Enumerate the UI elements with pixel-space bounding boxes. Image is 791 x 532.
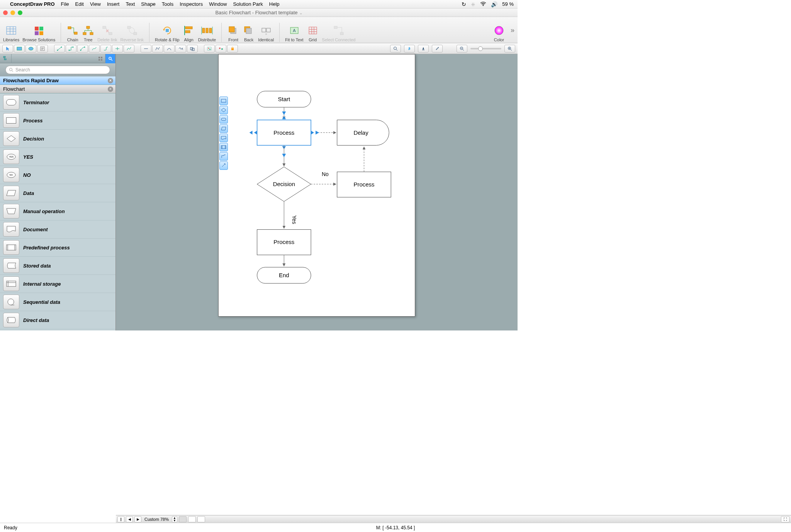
ellipse-tool[interactable] <box>25 45 36 53</box>
reverse-link-button[interactable]: Reverse link <box>121 24 144 42</box>
close-icon[interactable]: × <box>108 86 113 92</box>
rapiddraw-connector[interactable] <box>219 152 228 161</box>
shape-item[interactable]: Data <box>0 184 115 202</box>
menu-insert[interactable]: Insert <box>107 1 120 7</box>
menu-window[interactable]: Window <box>209 1 227 7</box>
sidebar-search-tab[interactable] <box>105 54 115 63</box>
ungroup-tool[interactable] <box>216 45 226 53</box>
shape-item[interactable]: YESYES <box>0 148 115 166</box>
align-button[interactable]: Align <box>183 24 195 42</box>
browse-solutions-button[interactable]: Browse Solutions <box>22 24 55 42</box>
shape-item[interactable]: Sequential data <box>0 293 115 311</box>
minimize-button[interactable] <box>10 10 15 15</box>
eyedropper-tool[interactable] <box>432 45 443 53</box>
delete-link-button[interactable]: Delete link <box>97 24 117 42</box>
shape-item[interactable]: Decision <box>0 130 115 148</box>
rectangle-tool[interactable] <box>14 45 25 53</box>
svg-rect-120 <box>221 99 226 102</box>
page[interactable]: Start Process Delay <box>218 54 415 317</box>
tree-button[interactable]: Tree <box>82 24 94 42</box>
library-header-rapid-draw[interactable]: Flowcharts Rapid Draw × <box>0 76 115 85</box>
identical-button[interactable]: = Identical <box>258 24 274 42</box>
library-header-flowchart[interactable]: Flowchart × <box>0 85 115 93</box>
menu-tools[interactable]: Tools <box>162 1 173 7</box>
wifi-icon[interactable] <box>480 1 486 7</box>
toolbar-overflow-button[interactable]: » <box>511 26 514 34</box>
grid-button[interactable]: Grid <box>307 24 319 42</box>
polyline-tool[interactable] <box>152 45 163 53</box>
connector-multi[interactable] <box>112 45 123 53</box>
shape-item[interactable]: Direct data <box>0 311 115 329</box>
volume-icon[interactable]: 🔊 <box>491 1 497 7</box>
close-button[interactable] <box>3 10 8 15</box>
pointer-tool[interactable] <box>2 45 13 53</box>
menu-view[interactable]: View <box>90 1 101 7</box>
zoom-in-button[interactable] <box>504 45 515 53</box>
battery-percent[interactable]: 59 % <box>502 1 514 7</box>
menu-file[interactable]: File <box>61 1 69 7</box>
connector-arc[interactable] <box>77 45 88 53</box>
menu-text[interactable]: Text <box>126 1 135 7</box>
search-input[interactable]: Search <box>5 66 110 74</box>
rapiddraw-process[interactable] <box>219 97 228 105</box>
svg-text:A: A <box>293 28 296 33</box>
front-button[interactable]: Front <box>227 24 239 42</box>
rapiddraw-document[interactable] <box>219 134 228 142</box>
zoom-slider[interactable] <box>470 48 501 49</box>
svg-point-55 <box>73 46 74 47</box>
rapiddraw-decision[interactable] <box>219 106 228 114</box>
curve-tool[interactable] <box>164 45 175 53</box>
document-title[interactable]: Basic Flowchart - Flowchart template⌄ <box>215 10 302 15</box>
shape-item[interactable]: Stored data <box>0 257 115 275</box>
connector-spline[interactable] <box>124 45 134 53</box>
connector-direct[interactable] <box>54 45 65 53</box>
pan-tool[interactable] <box>404 45 415 53</box>
zoom-out-button[interactable] <box>457 45 467 53</box>
back-button[interactable]: Back <box>243 24 255 42</box>
rapiddraw-data[interactable] <box>219 124 228 133</box>
connector-round[interactable] <box>100 45 111 53</box>
shape-combine-tool[interactable] <box>187 45 198 53</box>
maximize-button[interactable] <box>18 10 22 15</box>
shape-item[interactable]: Predefined process <box>0 239 115 257</box>
line-tool[interactable] <box>141 45 151 53</box>
shape-item[interactable]: NONO <box>0 166 115 184</box>
sidebar-view-grid[interactable] <box>95 54 105 63</box>
close-icon[interactable]: × <box>108 78 113 83</box>
libraries-button[interactable]: Libraries <box>3 24 19 42</box>
sidebar-tab-library[interactable] <box>0 54 12 63</box>
select-connected-button[interactable]: Select Connected <box>322 24 356 42</box>
svg-rect-21 <box>185 30 190 33</box>
chain-button[interactable]: Chain <box>66 24 79 42</box>
shape-item[interactable]: Document <box>0 220 115 239</box>
connector-bezier[interactable] <box>89 45 100 53</box>
shape-item[interactable]: Terminator <box>0 93 115 112</box>
app-name[interactable]: ConceptDraw PRO <box>10 1 55 7</box>
shape-thumb <box>3 95 19 110</box>
menu-edit[interactable]: Edit <box>75 1 84 7</box>
rapiddraw-terminator[interactable] <box>219 115 228 124</box>
rapiddraw-predefined[interactable] <box>219 143 228 151</box>
zoom-tool[interactable] <box>390 45 401 53</box>
stamp-tool[interactable] <box>418 45 429 53</box>
rotate-flip-button[interactable]: Rotate & Flip <box>155 24 180 42</box>
shape-item[interactable]: Internal storage <box>0 275 115 293</box>
text-tool[interactable] <box>37 45 48 53</box>
rapiddraw-arrow[interactable] <box>219 161 228 170</box>
fit-to-text-button[interactable]: A Fit to Text <box>285 24 303 42</box>
menu-inspectors[interactable]: Inspectors <box>180 1 203 7</box>
canvas-area[interactable]: Start Process Delay <box>116 54 518 330</box>
group-tool[interactable] <box>204 45 215 53</box>
distribute-button[interactable]: Distribute <box>198 24 216 42</box>
lock-tool[interactable] <box>227 45 238 53</box>
shape-item[interactable]: Process <box>0 112 115 130</box>
timemachine-icon[interactable]: ↻ <box>462 1 466 7</box>
connector-smart[interactable] <box>66 45 76 53</box>
menu-help[interactable]: Help <box>269 1 280 7</box>
bluetooth-icon[interactable]: ⧺ <box>471 1 475 7</box>
freeform-tool[interactable] <box>175 45 186 53</box>
menu-solution-park[interactable]: Solution Park <box>233 1 263 7</box>
color-button[interactable]: Color <box>493 24 505 42</box>
shape-item[interactable]: Manual operation <box>0 202 115 220</box>
menu-shape[interactable]: Shape <box>141 1 156 7</box>
